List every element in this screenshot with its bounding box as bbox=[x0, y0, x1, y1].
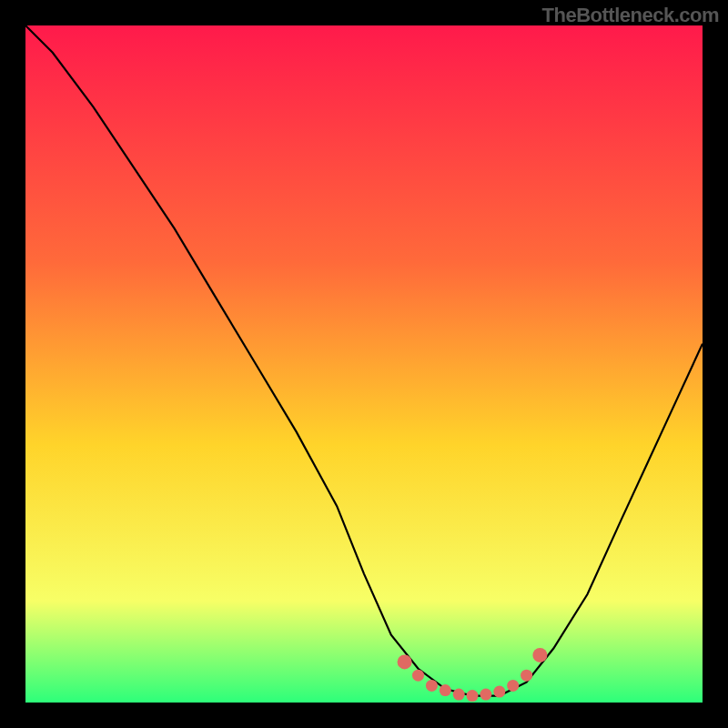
marker-dot bbox=[521, 670, 532, 682]
marker-dot bbox=[480, 689, 491, 701]
marker-dot bbox=[426, 680, 438, 692]
marker-dot bbox=[440, 684, 451, 696]
marker-dot bbox=[467, 690, 479, 702]
marker-dot bbox=[532, 648, 547, 662]
watermark-text: TheBottleneck.com bbox=[542, 4, 719, 27]
chart-frame: TheBottleneck.com bbox=[0, 0, 728, 728]
plot-area bbox=[25, 25, 703, 703]
gradient-background bbox=[25, 25, 703, 703]
marker-dot bbox=[493, 686, 505, 698]
marker-dot bbox=[507, 680, 519, 692]
chart-svg bbox=[25, 25, 703, 703]
marker-dot bbox=[412, 670, 424, 682]
marker-dot bbox=[398, 654, 412, 669]
marker-dot bbox=[453, 689, 465, 701]
